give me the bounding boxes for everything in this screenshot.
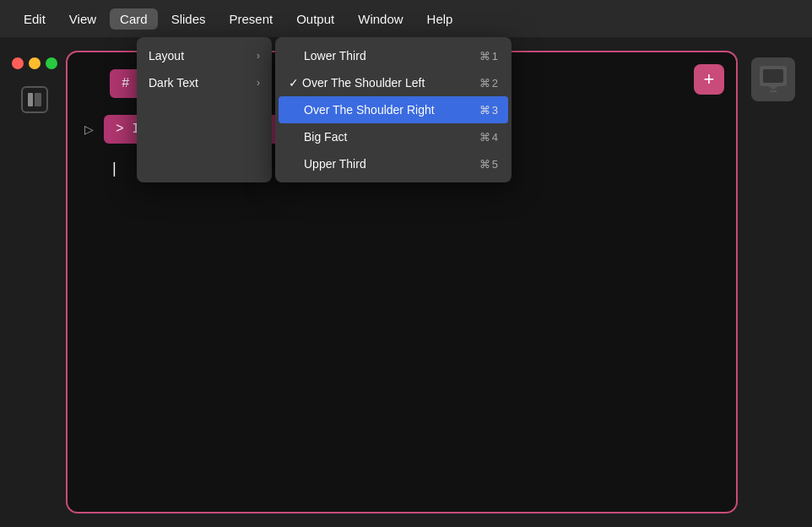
checkmark-icon: ✓ (289, 76, 299, 90)
traffic-lights (12, 57, 57, 69)
shortcut-over-shoulder-right: ⌘3 (479, 104, 498, 117)
menu-present[interactable]: Present (219, 8, 283, 30)
dropdown-l2: Lower Third ⌘1 ✓ Over The Shoulder Left … (275, 37, 512, 182)
svg-rect-0 (28, 93, 33, 106)
maximize-button[interactable] (46, 57, 57, 69)
dropdown-item-dark-text[interactable]: Dark Text › (137, 69, 272, 96)
sidebar (14, 51, 56, 513)
menu-edit[interactable]: Edit (14, 8, 56, 30)
dropdown-l2-lower-third[interactable]: Lower Third ⌘1 (275, 42, 512, 69)
chevron-right-icon: › (257, 77, 260, 89)
menu-card[interactable]: Card (110, 8, 158, 30)
shortcut-over-shoulder-left: ⌘2 (479, 77, 498, 90)
close-button[interactable] (12, 57, 24, 69)
dropdown-l1: Layout › Dark Text › (137, 37, 272, 182)
menu-slides[interactable]: Slides (161, 8, 216, 30)
minimize-button[interactable] (29, 57, 41, 69)
dropdown-l2-big-fact[interactable]: Big Fact ⌘4 (275, 123, 512, 150)
menu-help[interactable]: Help (417, 8, 463, 30)
shortcut-upper-third: ⌘5 (479, 158, 498, 171)
sidebar-panel-icon[interactable] (21, 86, 48, 113)
dropdown-container: Layout › Dark Text › Lower Third ⌘1 ✓ Ov… (137, 37, 512, 182)
svg-rect-3 (763, 69, 783, 83)
dropdown-l2-upper-third[interactable]: Upper Third ⌘5 (275, 150, 512, 177)
right-panel (748, 51, 798, 513)
chevron-right-icon: › (257, 50, 260, 62)
menu-output[interactable]: Output (286, 8, 344, 30)
menu-window[interactable]: Window (348, 8, 413, 30)
menu-view[interactable]: View (59, 8, 106, 30)
dropdown-l2-over-shoulder-right[interactable]: Over The Shoulder Right ⌘3 (279, 96, 508, 123)
play-icon: ▷ (84, 122, 94, 136)
shortcut-lower-third: ⌘1 (479, 50, 498, 62)
svg-rect-1 (35, 93, 41, 106)
dropdown-item-layout[interactable]: Layout › (137, 42, 272, 69)
svg-marker-4 (768, 86, 778, 90)
shortcut-big-fact: ⌘4 (479, 131, 498, 144)
dropdown-l2-over-shoulder-left[interactable]: ✓ Over The Shoulder Left ⌘2 (275, 69, 512, 96)
menubar: Edit View Card Slides Present Output Win… (0, 0, 812, 37)
teleprompter-icon[interactable] (751, 57, 795, 101)
add-card-button[interactable]: + (694, 64, 724, 95)
